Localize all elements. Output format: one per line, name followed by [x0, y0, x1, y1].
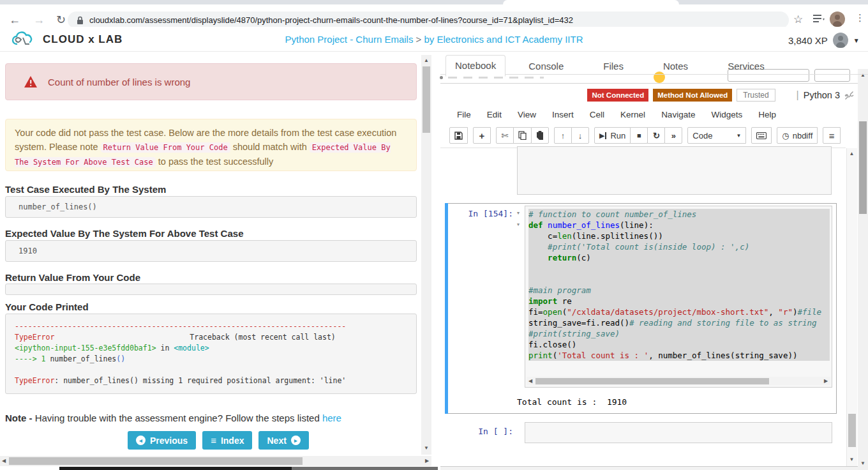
bottom-dark-strip: [59, 467, 292, 470]
reading-list-icon[interactable]: [813, 15, 825, 24]
add-cell-button[interactable]: +: [473, 127, 491, 144]
expected-value: 1910: [5, 240, 417, 262]
scroll-down-icon[interactable]: ▼: [421, 446, 431, 451]
lock-icon: [77, 16, 84, 25]
tab-item[interactable]: Notes: [663, 56, 688, 75]
note-here-link[interactable]: here: [322, 413, 341, 423]
run-button[interactable]: ▶Run: [594, 127, 631, 144]
code-editor[interactable]: # function to count number_of_linesdef n…: [528, 209, 830, 361]
scroll-down-icon[interactable]: ▼: [846, 457, 857, 462]
forward-icon[interactable]: →: [33, 13, 45, 26]
cell-prompt: In [ ]:: [447, 427, 513, 436]
index-button[interactable]: ≡ Index: [202, 431, 252, 450]
move-cell-up-button[interactable]: ↑: [554, 127, 572, 144]
table-of-contents-button[interactable]: ≡: [823, 127, 841, 144]
stop-icon: ■: [637, 132, 641, 139]
scroll-up-icon[interactable]: ▲: [846, 151, 857, 156]
scroll-down-icon[interactable]: ▼: [858, 461, 868, 466]
scrollbar-thumb[interactable]: [535, 378, 769, 384]
tab-item[interactable]: Services: [728, 56, 765, 75]
scrollbar-thumb[interactable]: [423, 66, 430, 133]
cell-input-area[interactable]: [525, 422, 832, 443]
command-palette-button[interactable]: [751, 127, 772, 144]
menu-item[interactable]: View: [518, 110, 536, 119]
kernel-status-row: Not Connected Method Not Allowed Trusted…: [587, 89, 854, 102]
code-line: [528, 274, 830, 285]
tab-notebook[interactable]: Notebook: [445, 55, 505, 77]
nbdiff-label: nbdiff: [793, 131, 813, 140]
code-line: fi.close(): [528, 339, 830, 350]
scroll-up-icon[interactable]: ▲: [421, 58, 431, 63]
next-button[interactable]: Next ▸: [258, 431, 308, 450]
fold-caret-icon[interactable]: ▾: [517, 222, 520, 227]
scroll-right-icon[interactable]: ▶: [823, 379, 828, 384]
menu-item[interactable]: Kernel: [620, 110, 645, 119]
cut-cell-button[interactable]: ✄: [496, 127, 514, 144]
paste-cell-button[interactable]: [531, 127, 549, 144]
clipped-dot-icon: [440, 76, 443, 79]
scrollbar-thumb[interactable]: [848, 414, 856, 447]
scrollbar-thumb[interactable]: [859, 121, 867, 214]
error-alert-text: Count of number of lines is wrong: [48, 77, 190, 87]
chevron-down-icon: ▼: [736, 133, 741, 139]
traceback-arrow-line: ----> 1 number_of_lines(): [15, 354, 407, 365]
traceback-box: ----------------------------------------…: [5, 314, 417, 394]
trusted-badge: Trusted: [737, 89, 775, 102]
menu-item[interactable]: Insert: [552, 110, 574, 119]
restart-icon: ↻: [653, 131, 660, 140]
tab-item[interactable]: Files: [603, 56, 624, 75]
xp-count: 3,840 XP: [788, 35, 828, 46]
save-icon: [454, 132, 463, 140]
bookmark-star-icon[interactable]: ☆: [793, 13, 803, 26]
clipped-button[interactable]: [814, 69, 850, 82]
fold-caret-icon[interactable]: ▾: [517, 211, 520, 216]
code-printed-heading: Your Code Printed: [5, 301, 417, 312]
menu-item[interactable]: Cell: [590, 110, 604, 119]
menu-item[interactable]: Navigate: [661, 110, 695, 119]
save-button[interactable]: [449, 127, 468, 144]
copy-cell-button[interactable]: [513, 127, 532, 144]
code-line: #main program: [528, 285, 830, 296]
restart-run-all-button[interactable]: »: [664, 127, 682, 144]
browser-avatar[interactable]: [830, 11, 845, 27]
note-text: Having trouble with the assessment engin…: [33, 413, 322, 423]
method-not-allowed-badge: Method Not Allowed: [653, 89, 732, 102]
nbdiff-button[interactable]: ◷ nbdiff: [777, 127, 818, 144]
address-bar[interactable]: cloudxlab.com/assessment/displayslide/48…: [68, 11, 789, 29]
menu-item[interactable]: File: [457, 110, 471, 119]
menu-item[interactable]: Widgets: [711, 110, 742, 119]
restart-kernel-button[interactable]: ↻: [647, 127, 665, 144]
author-link[interactable]: by Electronics and ICT Academy IITR: [424, 34, 583, 45]
scroll-right-icon[interactable]: ▶: [424, 459, 430, 464]
code-hscrollbar[interactable]: ◀ ▶: [527, 377, 830, 385]
browser-menu-icon[interactable]: ⋮: [855, 12, 865, 24]
browser-active-tab[interactable]: [503, 0, 679, 4]
notebook-toolbar: + ✄ ↑ ↓ ▶Run ■ ↻ » Code ▼: [449, 127, 841, 144]
chevron-down-icon[interactable]: ▼: [853, 37, 860, 44]
not-connected-badge: Not Connected: [587, 89, 648, 102]
menu-item[interactable]: Edit: [487, 110, 502, 119]
cell-input-area[interactable]: # function to count number_of_linesdef n…: [525, 206, 832, 388]
traceback-error-line: TypeErrorTraceback (most recent call las…: [15, 332, 407, 343]
reload-icon[interactable]: ↻: [56, 13, 66, 26]
scroll-left-icon[interactable]: ◀: [528, 379, 533, 384]
traceback-divider: ----------------------------------------…: [15, 321, 407, 332]
kernel-disconnected-icon: [844, 91, 854, 100]
menu-item[interactable]: Help: [758, 110, 776, 119]
clipped-cell-input[interactable]: [517, 146, 832, 195]
tab-item[interactable]: Console: [528, 56, 564, 75]
info-code-1: Return Value From Your Code: [101, 142, 230, 153]
stop-button[interactable]: ■: [630, 127, 648, 144]
course-link[interactable]: Python Project - Churn Emails: [285, 34, 413, 45]
cell-type-select[interactable]: Code ▼: [687, 127, 746, 144]
fast-forward-icon: »: [671, 131, 676, 140]
back-icon[interactable]: ←: [9, 13, 20, 26]
scrollbar-thumb[interactable]: [9, 457, 303, 465]
move-cell-down-button[interactable]: ↓: [571, 127, 589, 144]
scroll-left-icon[interactable]: ◀: [1, 459, 7, 464]
notebook-menubar: FileEditViewInsertCellKernelNavigateWidg…: [457, 110, 776, 119]
clipped-text: [448, 77, 544, 79]
previous-button[interactable]: ◂ Previous: [128, 431, 196, 450]
expected-value-heading: Expected Value By The System For Above T…: [5, 228, 417, 239]
user-avatar[interactable]: [833, 33, 848, 48]
